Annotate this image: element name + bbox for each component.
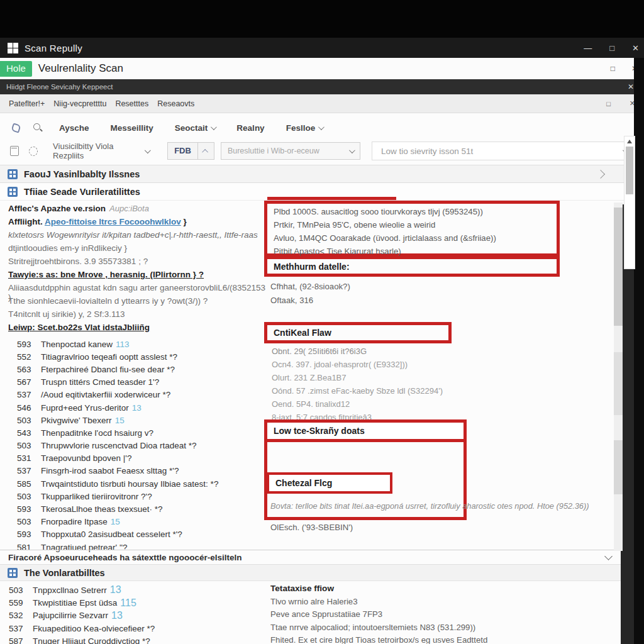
inner-scrollbar[interactable] [614, 203, 623, 551]
count-link[interactable]: 13 [132, 403, 142, 413]
list-item[interactable]: 546Fuprd+eed Yrus-deritor13 [8, 401, 266, 414]
count-link[interactable]: 15 [115, 416, 125, 425]
critical-flag-title: Chetezal Flcg [275, 478, 332, 488]
list-item[interactable]: 537Finsgrh-irod saabot Feaesx slttag *'? [8, 465, 266, 477]
grid-icon [8, 568, 18, 578]
title-bar: Scan Repully — □ ✕ [0, 38, 644, 58]
details-link[interactable]: Apeo-fittoise Itrcs Focooohwlklov [45, 217, 181, 226]
list-item[interactable]: 537/Aoud eqitivtakerfiii xoderwiceur *? [8, 389, 266, 401]
bottom-detail-column: Tetataxise ffiow Tlvo wrnio alre Halerie… [270, 584, 487, 644]
list-item[interactable]: 552Titiagravlrioo teqeafi ooptt asslest … [8, 350, 266, 363]
critical-detail-list: Obnt. 29( 25Iiti6t6i it?6i3G Ocn4. 397. … [272, 347, 443, 426]
list-item[interactable]: 503Thrupwvlorie ruscenctvad Dioa rtadeat… [8, 440, 266, 452]
preset-dropdown[interactable]: Buresluttie i Wib-or-eceuw [221, 142, 360, 160]
section-vulnerabilities[interactable]: The Vonlaratbilltes [0, 564, 635, 581]
summary-line: Plbd 1000S. ausacitlog sooo tiourvkorays… [274, 207, 550, 220]
details-column: Afflec's Apazhe ve.rsionAupc:iBota Affli… [8, 204, 266, 553]
scroll-up-icon[interactable] [627, 140, 632, 143]
list-item[interactable]: 532Pajupcilirrie Sezvarr13 [0, 609, 264, 622]
chevron-down-icon [349, 147, 355, 153]
list-item[interactable]: 503Tnppxcllnao Setrerr13 [0, 584, 264, 596]
count-link[interactable]: 115 [120, 597, 136, 609]
subsection-heading[interactable]: Tawyie:s as: bne Mrove , herasnig. (IPli… [8, 270, 266, 283]
collapse-icon[interactable] [596, 169, 605, 178]
filter-bar: Viusicilbitty Viola Rezpliits FDB Buresl… [0, 140, 635, 162]
footer-note: Firacoré Apsoeuruceheads ha sátexttle ng… [0, 550, 635, 564]
report-close-icon[interactable]: ✕ [628, 82, 634, 91]
page-icon[interactable] [10, 146, 19, 156]
report-bar: Hiidgt Fleone Sevicahy Keppeect ✕ [0, 79, 644, 94]
menu-item-file[interactable]: Pateflter!+ [9, 99, 45, 108]
list-item[interactable]: 537Fkuapeditioo Kea-olviecefieer *? [0, 622, 264, 635]
list-item[interactable]: 503Fnorpadire Itpase15 [8, 516, 266, 528]
chevron-down-icon [318, 124, 325, 130]
view-dropdown[interactable]: Viusicilbitty Viola Rezpliits [53, 142, 148, 160]
scrollbar-thumb[interactable] [626, 147, 633, 194]
detail-line: Fhited. Ex et cire blgrd Tioas tetroirbo… [270, 635, 487, 644]
count-link[interactable]: 113 [116, 340, 130, 349]
menu-item-results[interactable]: Resetttes [115, 99, 148, 108]
vulnerability-list: 593Thenpoctad kanew113 552Titiagravlrioo… [8, 338, 266, 553]
tab-restore-icon[interactable]: □ [611, 64, 615, 73]
detail-line: Oónd. 57 .zimst eFac-kaeby Sbze ldl (S32… [272, 386, 443, 399]
medium-details-title: Methhurm datelle: [274, 262, 350, 272]
detail-line: Cfhhat, (92-8sioaok?) [270, 282, 350, 291]
list-item[interactable]: 503Pkivgwive' Tbexerr15 [8, 414, 266, 426]
paragraph-line: dtjintlooudies em-y inRdlikeciy } [8, 243, 266, 257]
count-link[interactable]: 15 [111, 517, 120, 526]
search-icon[interactable] [33, 123, 43, 133]
close-button[interactable]: ✕ [632, 43, 639, 53]
cursor-icon[interactable] [10, 123, 20, 133]
list-item[interactable]: 503Tkupparliked tieriirovitronr ?'? [8, 490, 266, 502]
toolbar: Aysche Messeillity Seoctait Realny Fesll… [0, 116, 635, 140]
count-link[interactable]: 13 [111, 610, 123, 621]
toolbar-item-realny[interactable]: Realny [236, 123, 264, 133]
toolbar-item-seoctait[interactable]: Seoctait [175, 123, 216, 133]
list-item[interactable]: 593Thoppxuta0 2asisudbeat cesselert *'? [8, 528, 266, 541]
toolbar-item-feslloe[interactable]: Feslloe [286, 123, 323, 133]
menu-item-edit[interactable]: Niig-vecprettttu [53, 99, 106, 108]
list-item[interactable]: 587Tnuger Hliiaut Curoddivctiog *? [0, 635, 264, 644]
detail-line: Oend. 5P4. tinalixd12 [272, 399, 443, 413]
red-marker-line [267, 197, 396, 200]
outer-scrollbar[interactable] [624, 136, 635, 269]
content-area: Afflec's Apazhe ve.rsionAupc:iBota Affli… [0, 201, 635, 550]
count-link[interactable]: 13 [110, 584, 121, 596]
scrollbar-thumb[interactable] [614, 208, 623, 326]
dark-side-strip [621, 204, 634, 644]
menu-item-reports[interactable]: Reseaovts [157, 99, 194, 108]
list-item[interactable]: 593Thenpoctad kanew113 [8, 338, 266, 350]
tab-badge[interactable]: Hole [0, 61, 32, 77]
list-item[interactable]: 585Trwqaintstiduto tisrbuti hoursay Ilbi… [8, 477, 266, 490]
list-item[interactable]: 531Traepovunbd bpoven |'? [8, 452, 266, 465]
list-heading[interactable]: Leiwp: Scet.bo22s Vlat idstaJbliiñg [8, 323, 266, 336]
toolbar-item-apache[interactable]: Aysche [59, 123, 89, 133]
detail-line: OlEsch. ('93-SBEBIN') [270, 523, 353, 532]
list-item[interactable]: 593TkerosaLlhoe theas txexsuet· *? [8, 502, 266, 515]
toolbar-item-messeillity[interactable]: Messeillity [111, 123, 153, 133]
list-item[interactable]: 543Thenpaditnke l'ocd hsaiurg v? [8, 426, 266, 439]
flag-note: Bovta: terlloe bits tinat Itei.aa-egponá… [270, 501, 591, 511]
section-found-issues[interactable]: FaouJ Yasinlbablty Ilssnes [0, 165, 635, 183]
list-item[interactable]: 567Truspn tittérs Cmed teasder 1'? [8, 376, 266, 389]
severity-filter-input[interactable] [380, 146, 623, 157]
window-title: Scan Repully [25, 43, 82, 53]
refresh-icon[interactable] [29, 147, 38, 156]
maximize-button[interactable]: □ [609, 43, 614, 53]
minimize-button[interactable]: — [584, 43, 592, 53]
severity-filter [372, 142, 635, 160]
list-item[interactable]: 563Fterpachireé Dbancl fiu-see dear *? [8, 363, 266, 375]
scrollbar-segment [614, 352, 623, 415]
fdb-button[interactable]: FDB [167, 142, 198, 160]
paragraph-line: Stritrejjtroehtbirons. 3.9 35573381 ; ? [8, 257, 266, 270]
tab-title: Veulrenlality Scan [38, 62, 123, 75]
fdb-up-button[interactable] [198, 142, 214, 160]
bottom-vulnerability-list: 503Tnppxcllnao Setrerr13 559Tkwpistitiae… [0, 584, 264, 644]
app-icon [8, 43, 18, 53]
list-item[interactable]: 559Tkwpistitiae Epst üdsa115 [0, 596, 264, 609]
highlight-box-low-severity: Low tce-Skrañy doats [264, 419, 467, 442]
menu-restore-icon[interactable]: □ [606, 100, 611, 108]
main-panel: Aysche Messeillity Seoctait Realny Fesll… [0, 113, 635, 644]
section-vulnerabilities-title: The Vonlaratbilltes [24, 568, 105, 578]
affected-version-heading: Afflec's Apazhe ve.rsionAupc:iBota [8, 204, 266, 217]
